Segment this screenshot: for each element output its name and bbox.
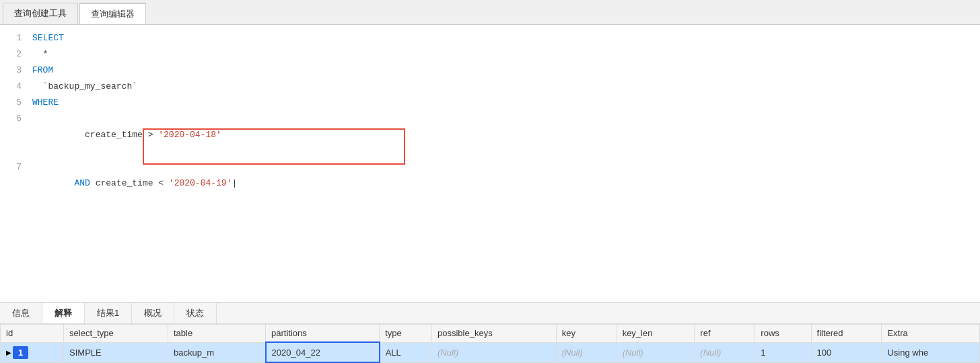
cell-extra: Using whe bbox=[882, 342, 980, 362]
line-number-7: 7 bbox=[5, 159, 22, 175]
bottom-tab-status-label: 状态 bbox=[186, 308, 204, 318]
line-number-6: 6 bbox=[5, 111, 22, 127]
table-row[interactable]: ▶ 1 SIMPLE backup_m 2020_04_22 ALL (Null… bbox=[1, 342, 980, 362]
tab-bar: 查询创建工具 查询编辑器 bbox=[0, 0, 980, 25]
line-number-1: 1 bbox=[5, 30, 22, 46]
line-number-4: 4 bbox=[5, 79, 22, 95]
col-header-id: id bbox=[1, 325, 64, 343]
code-line-4: 4 `backup_my_search` bbox=[0, 79, 980, 95]
bottom-tab-status[interactable]: 状态 bbox=[174, 303, 217, 323]
result-table: id select_type table partitions type pos… bbox=[0, 324, 980, 363]
col-header-partitions: partitions bbox=[266, 325, 380, 343]
bottom-tab-overview-label: 概况 bbox=[144, 308, 162, 318]
bottom-tab-result1-label: 结果1 bbox=[97, 308, 119, 318]
cell-id: 1 bbox=[13, 346, 28, 359]
code-content-5: WHERE bbox=[32, 95, 59, 111]
result-table-container: id select_type table partitions type pos… bbox=[0, 324, 980, 363]
row-arrow-icon: ▶ bbox=[6, 349, 11, 356]
tab-query-create-label: 查询创建工具 bbox=[14, 8, 67, 18]
col-header-possible-keys: possible_keys bbox=[431, 325, 556, 343]
code-line-1: 1 SELECT bbox=[0, 30, 980, 46]
col-header-key-len: key_len bbox=[617, 325, 695, 343]
line-number-3: 3 bbox=[5, 63, 22, 79]
bottom-panel: 信息 解释 结果1 概况 状态 id select_type bbox=[0, 302, 980, 363]
code-line-3: 3 FROM bbox=[0, 63, 980, 79]
bottom-tab-info-label: 信息 bbox=[12, 308, 30, 318]
cell-table: backup_m bbox=[168, 342, 266, 362]
col-header-type: type bbox=[380, 325, 432, 343]
col-header-filtered: filtered bbox=[811, 325, 882, 343]
code-line-5: 5 WHERE bbox=[0, 95, 980, 111]
bottom-tab-overview[interactable]: 概况 bbox=[132, 303, 174, 323]
cell-type: ALL bbox=[380, 342, 432, 362]
col-header-rows: rows bbox=[755, 325, 811, 343]
bottom-tabs: 信息 解释 结果1 概况 状态 bbox=[0, 303, 980, 324]
bottom-tab-result1[interactable]: 结果1 bbox=[85, 303, 132, 323]
bottom-tab-explain[interactable]: 解释 bbox=[42, 303, 85, 323]
code-content-2: * bbox=[32, 46, 48, 63]
col-header-key: key bbox=[556, 325, 617, 343]
bottom-tab-info[interactable]: 信息 bbox=[0, 303, 42, 323]
cell-rows: 1 bbox=[755, 342, 811, 362]
line-number-2: 2 bbox=[5, 46, 22, 63]
code-content-6: create_time > '2020-04-18' bbox=[32, 111, 221, 159]
cell-select-type: SIMPLE bbox=[64, 342, 168, 362]
code-content-7: AND create_time < '2020-04-19'| bbox=[32, 159, 237, 208]
col-header-table: table bbox=[168, 325, 266, 343]
code-content-3: FROM bbox=[32, 63, 53, 79]
cell-row-indicator: ▶ 1 bbox=[1, 342, 64, 362]
cell-key-len: (Null) bbox=[617, 342, 695, 362]
col-header-select-type: select_type bbox=[64, 325, 168, 343]
tab-query-create[interactable]: 查询创建工具 bbox=[3, 3, 78, 24]
main-container: 查询创建工具 查询编辑器 1 SELECT 2 * 3 FROM 4 `back… bbox=[0, 0, 980, 363]
cell-partitions: 2020_04_22 bbox=[266, 342, 380, 362]
col-header-extra: Extra bbox=[882, 325, 980, 343]
col-header-ref: ref bbox=[695, 325, 755, 343]
cell-ref: (Null) bbox=[695, 342, 755, 362]
code-line-6: 6 create_time > '2020-04-18' bbox=[0, 111, 980, 159]
tab-query-editor-label: 查询编辑器 bbox=[91, 9, 135, 19]
code-content-4: `backup_my_search` bbox=[32, 79, 137, 95]
editor-area[interactable]: 1 SELECT 2 * 3 FROM 4 `backup_my_search`… bbox=[0, 25, 980, 302]
bottom-tab-explain-label: 解释 bbox=[55, 308, 72, 318]
code-line-7: 7 AND create_time < '2020-04-19'| bbox=[0, 159, 980, 208]
cell-possible-keys: (Null) bbox=[431, 342, 556, 362]
code-content-1: SELECT bbox=[32, 30, 64, 46]
cell-key: (Null) bbox=[556, 342, 617, 362]
code-line-2: 2 * bbox=[0, 46, 980, 63]
cell-filtered: 100 bbox=[811, 342, 882, 362]
line-number-5: 5 bbox=[5, 95, 22, 111]
tab-query-editor[interactable]: 查询编辑器 bbox=[79, 3, 146, 24]
